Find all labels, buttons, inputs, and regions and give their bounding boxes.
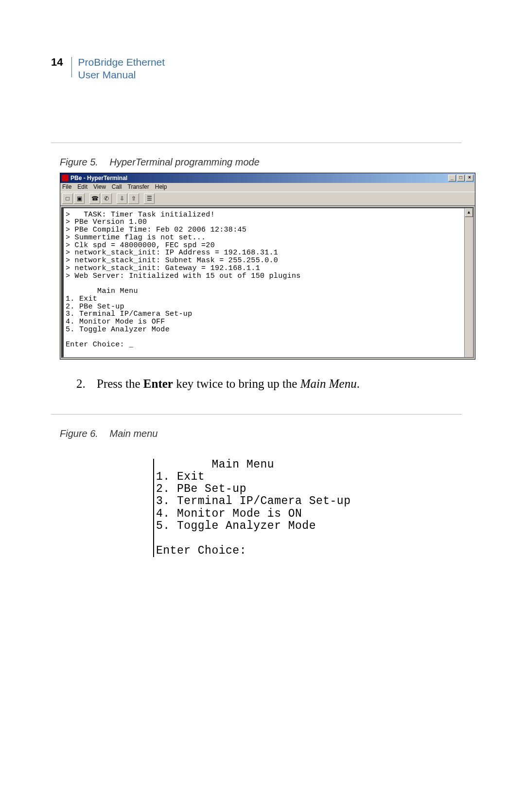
scroll-up-button[interactable]: ▲ (465, 208, 473, 217)
step-2: 2. Press the Enter key twice to bring up… (76, 377, 462, 391)
main-menu-ref: Main Menu (300, 377, 357, 390)
figure6-caption: Figure 6. Main menu (60, 428, 462, 439)
new-file-icon[interactable]: □ (62, 193, 73, 204)
minimize-button[interactable]: _ (448, 175, 456, 181)
figure5-caption: Figure 5. HyperTerminal programming mode (60, 157, 462, 168)
toolbar: □ ▣ ☎ ✆ ⇩ ⇧ ☰ (60, 192, 475, 206)
open-file-icon[interactable]: ▣ (74, 193, 85, 204)
figure6-text: Main menu (110, 428, 158, 439)
menu-file[interactable]: File (62, 183, 71, 191)
menubar: File Edit View Call Transfer Help (60, 183, 475, 192)
divider (51, 143, 462, 143)
figure5-text: HyperTerminal programming mode (110, 157, 260, 167)
step-text: Press the Enter key twice to bring up th… (97, 377, 360, 391)
menu-edit[interactable]: Edit (77, 183, 88, 191)
menu-help[interactable]: Help (155, 183, 167, 191)
terminal-area: > TASK: Timer Task initialized! > PBe Ve… (61, 207, 474, 358)
window-title: PBe - HyperTerminal (70, 175, 127, 181)
header-title: ProBridge Ethernet User Manual (78, 56, 165, 82)
menu-call[interactable]: Call (112, 183, 122, 191)
app-icon (62, 175, 69, 181)
enter-key-text: Enter (143, 377, 173, 390)
header-divider (71, 57, 72, 77)
divider (51, 414, 462, 415)
page-header: 14 ProBridge Ethernet User Manual (51, 56, 462, 82)
menu-transfer[interactable]: Transfer (128, 183, 149, 191)
step-number: 2. (76, 377, 97, 391)
close-button[interactable]: × (466, 175, 473, 181)
maximize-button[interactable]: □ (457, 175, 465, 181)
menu-view[interactable]: View (93, 183, 106, 191)
properties-icon[interactable]: ☰ (144, 193, 155, 204)
vertical-scrollbar[interactable]: ▲ (464, 208, 473, 357)
connect-icon[interactable]: ☎ (89, 193, 100, 204)
doc-title-line1: ProBridge Ethernet (78, 56, 165, 69)
send-icon[interactable]: ⇩ (117, 193, 127, 204)
terminal-output[interactable]: > TASK: Timer Task initialized! > PBe Ve… (62, 208, 464, 357)
hyperterminal-window: PBe - HyperTerminal _ □ × File Edit View… (60, 173, 475, 360)
page-number: 14 (51, 56, 63, 69)
figure5-label: Figure 5. (60, 157, 98, 167)
receive-icon[interactable]: ⇧ (128, 193, 139, 204)
doc-title-line2: User Manual (78, 69, 165, 81)
main-menu-figure: Main Menu 1. Exit 2. PBe Set-up 3. Termi… (153, 459, 462, 557)
window-titlebar[interactable]: PBe - HyperTerminal _ □ × (60, 173, 475, 183)
disconnect-icon[interactable]: ✆ (101, 193, 112, 204)
figure6-label: Figure 6. (60, 428, 98, 439)
